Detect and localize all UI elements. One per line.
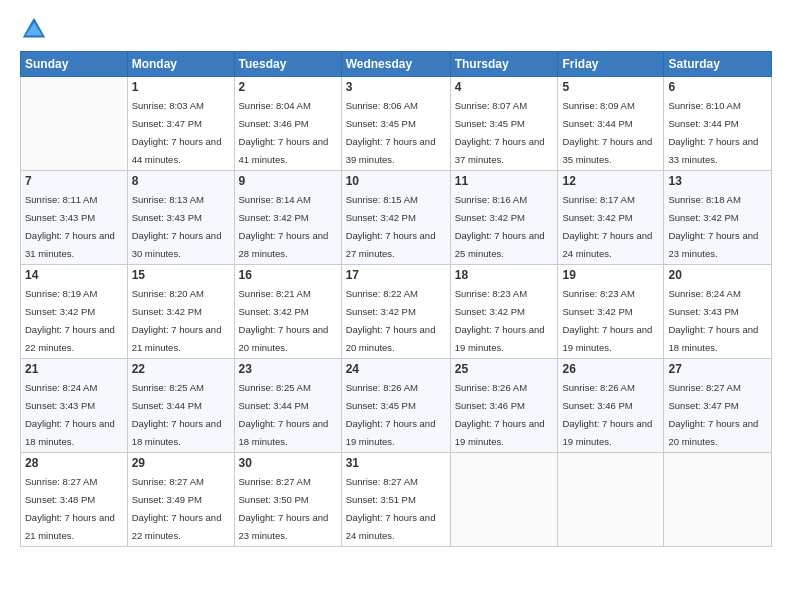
calendar-cell: 13Sunrise: 8:18 AMSunset: 3:42 PMDayligh… [664,171,772,265]
calendar-cell: 28Sunrise: 8:27 AMSunset: 3:48 PMDayligh… [21,453,128,547]
day-info: Sunrise: 8:14 AMSunset: 3:42 PMDaylight:… [239,194,329,259]
calendar-cell: 26Sunrise: 8:26 AMSunset: 3:46 PMDayligh… [558,359,664,453]
day-number: 6 [668,80,767,94]
day-info: Sunrise: 8:15 AMSunset: 3:42 PMDaylight:… [346,194,436,259]
day-info: Sunrise: 8:23 AMSunset: 3:42 PMDaylight:… [562,288,652,353]
day-number: 24 [346,362,446,376]
weekday-header: Tuesday [234,52,341,77]
day-info: Sunrise: 8:27 AMSunset: 3:47 PMDaylight:… [668,382,758,447]
day-number: 13 [668,174,767,188]
calendar-cell: 30Sunrise: 8:27 AMSunset: 3:50 PMDayligh… [234,453,341,547]
day-info: Sunrise: 8:27 AMSunset: 3:49 PMDaylight:… [132,476,222,541]
calendar-cell: 20Sunrise: 8:24 AMSunset: 3:43 PMDayligh… [664,265,772,359]
day-number: 16 [239,268,337,282]
day-number: 28 [25,456,123,470]
day-number: 9 [239,174,337,188]
calendar-cell: 24Sunrise: 8:26 AMSunset: 3:45 PMDayligh… [341,359,450,453]
day-number: 11 [455,174,554,188]
day-info: Sunrise: 8:22 AMSunset: 3:42 PMDaylight:… [346,288,436,353]
weekday-header: Thursday [450,52,558,77]
calendar-cell: 6Sunrise: 8:10 AMSunset: 3:44 PMDaylight… [664,77,772,171]
day-number: 22 [132,362,230,376]
calendar-cell [664,453,772,547]
calendar-cell: 3Sunrise: 8:06 AMSunset: 3:45 PMDaylight… [341,77,450,171]
day-info: Sunrise: 8:24 AMSunset: 3:43 PMDaylight:… [25,382,115,447]
day-number: 3 [346,80,446,94]
day-info: Sunrise: 8:16 AMSunset: 3:42 PMDaylight:… [455,194,545,259]
day-number: 5 [562,80,659,94]
day-info: Sunrise: 8:09 AMSunset: 3:44 PMDaylight:… [562,100,652,165]
calendar-cell: 5Sunrise: 8:09 AMSunset: 3:44 PMDaylight… [558,77,664,171]
calendar-week-row: 28Sunrise: 8:27 AMSunset: 3:48 PMDayligh… [21,453,772,547]
day-number: 17 [346,268,446,282]
calendar-cell: 31Sunrise: 8:27 AMSunset: 3:51 PMDayligh… [341,453,450,547]
logo-icon [20,15,48,43]
calendar-cell: 23Sunrise: 8:25 AMSunset: 3:44 PMDayligh… [234,359,341,453]
calendar-page: SundayMondayTuesdayWednesdayThursdayFrid… [0,0,792,612]
calendar-cell: 4Sunrise: 8:07 AMSunset: 3:45 PMDaylight… [450,77,558,171]
calendar-cell: 29Sunrise: 8:27 AMSunset: 3:49 PMDayligh… [127,453,234,547]
calendar-cell [450,453,558,547]
day-info: Sunrise: 8:11 AMSunset: 3:43 PMDaylight:… [25,194,115,259]
day-number: 27 [668,362,767,376]
day-number: 31 [346,456,446,470]
logo [20,15,52,43]
calendar-cell: 2Sunrise: 8:04 AMSunset: 3:46 PMDaylight… [234,77,341,171]
day-info: Sunrise: 8:26 AMSunset: 3:46 PMDaylight:… [562,382,652,447]
day-info: Sunrise: 8:27 AMSunset: 3:50 PMDaylight:… [239,476,329,541]
day-info: Sunrise: 8:21 AMSunset: 3:42 PMDaylight:… [239,288,329,353]
day-number: 14 [25,268,123,282]
day-number: 21 [25,362,123,376]
day-info: Sunrise: 8:27 AMSunset: 3:48 PMDaylight:… [25,476,115,541]
day-number: 12 [562,174,659,188]
calendar-cell: 19Sunrise: 8:23 AMSunset: 3:42 PMDayligh… [558,265,664,359]
calendar-cell: 22Sunrise: 8:25 AMSunset: 3:44 PMDayligh… [127,359,234,453]
header [20,15,772,43]
weekday-header-row: SundayMondayTuesdayWednesdayThursdayFrid… [21,52,772,77]
weekday-header: Friday [558,52,664,77]
calendar-cell: 1Sunrise: 8:03 AMSunset: 3:47 PMDaylight… [127,77,234,171]
calendar-cell: 10Sunrise: 8:15 AMSunset: 3:42 PMDayligh… [341,171,450,265]
calendar-cell: 8Sunrise: 8:13 AMSunset: 3:43 PMDaylight… [127,171,234,265]
calendar-week-row: 21Sunrise: 8:24 AMSunset: 3:43 PMDayligh… [21,359,772,453]
calendar-cell: 17Sunrise: 8:22 AMSunset: 3:42 PMDayligh… [341,265,450,359]
weekday-header: Wednesday [341,52,450,77]
calendar-week-row: 1Sunrise: 8:03 AMSunset: 3:47 PMDaylight… [21,77,772,171]
day-number: 30 [239,456,337,470]
day-number: 4 [455,80,554,94]
calendar-cell: 21Sunrise: 8:24 AMSunset: 3:43 PMDayligh… [21,359,128,453]
day-number: 26 [562,362,659,376]
day-info: Sunrise: 8:07 AMSunset: 3:45 PMDaylight:… [455,100,545,165]
calendar-cell: 12Sunrise: 8:17 AMSunset: 3:42 PMDayligh… [558,171,664,265]
day-info: Sunrise: 8:04 AMSunset: 3:46 PMDaylight:… [239,100,329,165]
calendar-cell [558,453,664,547]
day-number: 8 [132,174,230,188]
day-info: Sunrise: 8:20 AMSunset: 3:42 PMDaylight:… [132,288,222,353]
day-number: 7 [25,174,123,188]
calendar-cell: 18Sunrise: 8:23 AMSunset: 3:42 PMDayligh… [450,265,558,359]
day-number: 20 [668,268,767,282]
day-number: 1 [132,80,230,94]
calendar-cell: 25Sunrise: 8:26 AMSunset: 3:46 PMDayligh… [450,359,558,453]
day-info: Sunrise: 8:03 AMSunset: 3:47 PMDaylight:… [132,100,222,165]
day-info: Sunrise: 8:06 AMSunset: 3:45 PMDaylight:… [346,100,436,165]
calendar-week-row: 14Sunrise: 8:19 AMSunset: 3:42 PMDayligh… [21,265,772,359]
calendar-cell: 7Sunrise: 8:11 AMSunset: 3:43 PMDaylight… [21,171,128,265]
day-info: Sunrise: 8:19 AMSunset: 3:42 PMDaylight:… [25,288,115,353]
day-number: 25 [455,362,554,376]
day-number: 19 [562,268,659,282]
day-info: Sunrise: 8:25 AMSunset: 3:44 PMDaylight:… [132,382,222,447]
calendar-cell: 14Sunrise: 8:19 AMSunset: 3:42 PMDayligh… [21,265,128,359]
weekday-header: Saturday [664,52,772,77]
day-number: 15 [132,268,230,282]
day-info: Sunrise: 8:26 AMSunset: 3:45 PMDaylight:… [346,382,436,447]
calendar-cell: 15Sunrise: 8:20 AMSunset: 3:42 PMDayligh… [127,265,234,359]
weekday-header: Monday [127,52,234,77]
calendar-table: SundayMondayTuesdayWednesdayThursdayFrid… [20,51,772,547]
day-number: 10 [346,174,446,188]
day-info: Sunrise: 8:24 AMSunset: 3:43 PMDaylight:… [668,288,758,353]
day-info: Sunrise: 8:13 AMSunset: 3:43 PMDaylight:… [132,194,222,259]
day-info: Sunrise: 8:23 AMSunset: 3:42 PMDaylight:… [455,288,545,353]
calendar-cell: 27Sunrise: 8:27 AMSunset: 3:47 PMDayligh… [664,359,772,453]
weekday-header: Sunday [21,52,128,77]
